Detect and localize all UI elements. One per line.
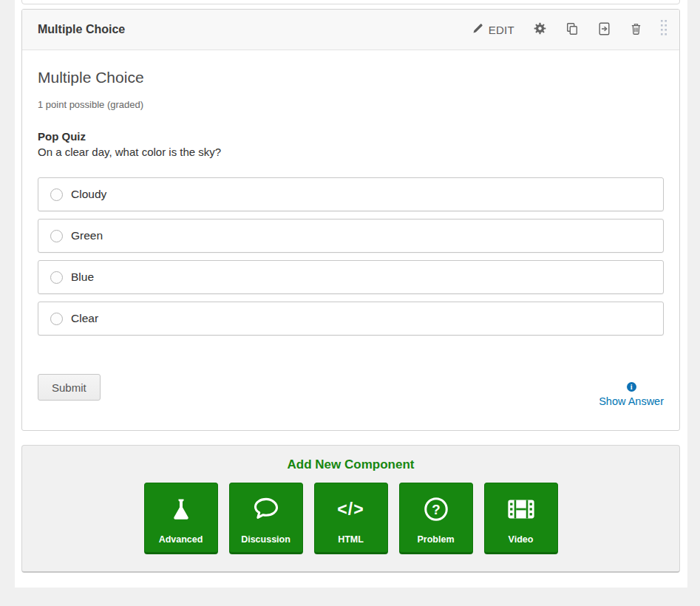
add-new-component-title: Add New Component xyxy=(22,457,679,472)
content-page: Multiple Choice EDIT xyxy=(15,0,687,588)
radio-button[interactable] xyxy=(50,271,63,284)
add-button-label: Advanced xyxy=(159,534,203,545)
settings-button[interactable] xyxy=(534,22,546,37)
component-type-buttons: Advanced Discussion </> HTML xyxy=(22,483,679,554)
film-icon xyxy=(489,484,553,534)
pencil-icon xyxy=(472,23,483,36)
choice-label: Blue xyxy=(71,270,94,284)
info-icon: i xyxy=(627,382,636,392)
multiple-choice-component: Multiple Choice EDIT xyxy=(21,9,680,431)
flask-icon xyxy=(149,484,213,534)
edit-button-label: EDIT xyxy=(489,24,514,36)
choice-label: Cloudy xyxy=(71,188,106,201)
radio-button[interactable] xyxy=(50,188,63,201)
choice-label: Clear xyxy=(71,312,98,325)
add-button-label: Problem xyxy=(417,534,454,545)
choice-option[interactable]: Blue xyxy=(38,260,664,294)
move-icon xyxy=(598,22,611,38)
radio-button[interactable] xyxy=(50,313,63,325)
question-label: Pop Quiz xyxy=(38,130,664,143)
gear-icon xyxy=(534,22,546,37)
code-icon: </> xyxy=(319,484,383,534)
drag-handle[interactable] xyxy=(660,19,667,41)
show-answer-link[interactable]: Show Answer xyxy=(599,395,664,407)
svg-text:?: ? xyxy=(432,502,440,517)
speech-bubble-icon xyxy=(234,484,298,534)
drag-handle-icon xyxy=(660,19,667,41)
choice-group: Cloudy Green Blue Clear xyxy=(38,177,664,336)
submit-button[interactable]: Submit xyxy=(38,374,101,401)
add-new-component-panel: Add New Component Advanced Discussion xyxy=(21,445,680,573)
duplicate-button[interactable] xyxy=(565,22,579,38)
radio-button[interactable] xyxy=(50,230,63,242)
add-html-button[interactable]: </> HTML xyxy=(314,483,388,554)
add-problem-button[interactable]: ? Problem xyxy=(399,483,473,554)
add-advanced-button[interactable]: Advanced xyxy=(144,483,218,554)
choice-option[interactable]: Green xyxy=(38,219,664,253)
problem-body: Multiple Choice 1 point possible (graded… xyxy=(22,50,679,407)
component-actions: EDIT xyxy=(453,19,667,41)
choice-option[interactable]: Cloudy xyxy=(38,177,664,211)
problem-title: Multiple Choice xyxy=(38,68,664,87)
delete-button[interactable] xyxy=(630,22,642,38)
component-header: Multiple Choice EDIT xyxy=(22,10,679,50)
points-possible-text: 1 point possible (graded) xyxy=(38,99,664,110)
question-text: On a clear day, what color is the sky? xyxy=(38,146,664,158)
add-button-label: Video xyxy=(509,534,534,545)
question-circle-icon: ? xyxy=(404,484,468,534)
choice-option[interactable]: Clear xyxy=(38,302,664,336)
show-answer-block: i Show Answer xyxy=(599,382,664,407)
add-video-button[interactable]: Video xyxy=(484,483,558,554)
component-title: Multiple Choice xyxy=(38,23,125,36)
add-button-label: Discussion xyxy=(241,534,290,545)
edit-button[interactable]: EDIT xyxy=(472,23,514,36)
add-discussion-button[interactable]: Discussion xyxy=(229,483,303,554)
duplicate-icon xyxy=(565,22,579,38)
trash-icon xyxy=(630,22,642,38)
problem-action-row: Submit i Show Answer xyxy=(38,374,664,407)
move-button[interactable] xyxy=(598,22,611,38)
previous-component-edge xyxy=(21,0,680,4)
choice-label: Green xyxy=(71,229,103,242)
add-button-label: HTML xyxy=(338,534,364,545)
